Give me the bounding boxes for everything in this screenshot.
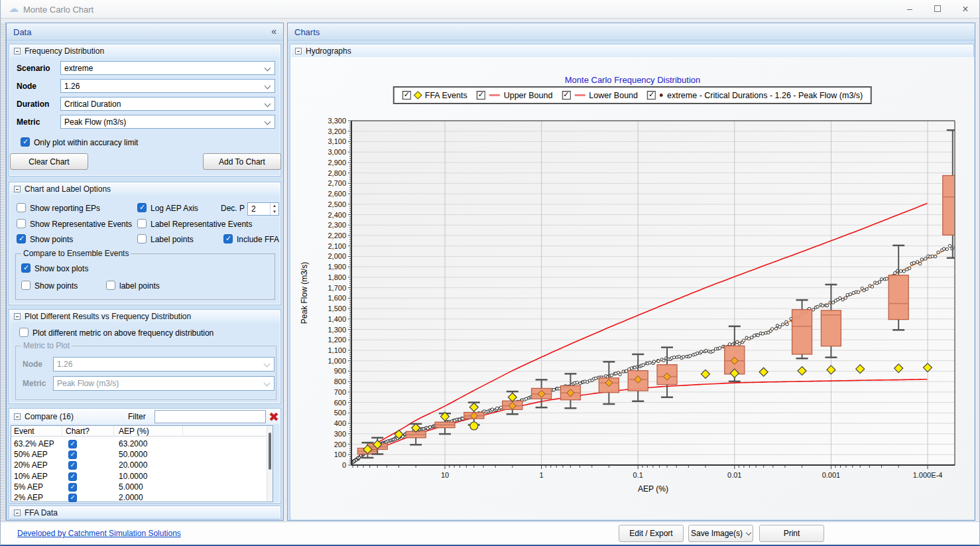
hydrographs-title: Hydrographs <box>306 46 351 56</box>
collapse-section-icon[interactable] <box>14 186 21 192</box>
aep-cell: 5.0000 <box>119 482 143 492</box>
clear-chart-button[interactable]: Clear Chart <box>10 153 88 170</box>
event-cell: 2% AEP <box>14 493 43 502</box>
collapse-section-icon[interactable] <box>14 313 21 320</box>
column-event[interactable]: Event <box>14 427 34 436</box>
edit-export-button[interactable]: Edit / Export <box>619 525 684 542</box>
clear-filter-icon[interactable]: ✖ <box>269 409 279 425</box>
dec-p-spinner[interactable]: 2 ▲▼ <box>247 202 279 216</box>
show-representative-checkbox[interactable] <box>17 219 26 228</box>
row-chart-checkbox[interactable] <box>68 461 77 470</box>
label-points-checkbox[interactable] <box>137 234 147 243</box>
scenario-value: extreme <box>64 64 93 73</box>
yellow-diamond-icon <box>414 91 422 100</box>
table-scrollbar[interactable] <box>267 426 273 502</box>
table-row[interactable]: 20% AEP 20.0000 <box>11 460 273 470</box>
collapse-section-icon[interactable] <box>295 48 302 54</box>
close-button[interactable]: × <box>954 0 977 18</box>
hydrographs-header[interactable]: Hydrographs <box>291 45 973 57</box>
row-chart-checkbox[interactable] <box>68 483 77 492</box>
show-reporting-eps-checkbox[interactable] <box>17 203 26 212</box>
plot-different-header[interactable]: Plot Different Results vs Frequency Dist… <box>10 310 280 322</box>
collapse-section-icon[interactable] <box>14 48 21 54</box>
legend-checkbox[interactable] <box>647 91 656 100</box>
collapse-section-icon[interactable] <box>14 413 21 420</box>
event-cell: 50% AEP <box>14 450 48 459</box>
svg-text:1,400: 1,400 <box>328 315 346 323</box>
ensemble-show-points-label: Show points <box>34 281 78 291</box>
node-value: 1.26 <box>64 82 80 91</box>
scenario-dropdown[interactable]: extreme <box>60 61 275 75</box>
legend-item-lower-bound[interactable]: Lower Bound <box>562 91 638 100</box>
charts-panel: Charts Hydrographs 010020030040050060070… <box>287 23 975 521</box>
ffa-data-header[interactable]: FFA Data <box>10 507 280 519</box>
row-chart-checkbox[interactable] <box>68 440 77 448</box>
ensemble-group-title: Compare to Ensemble Events <box>21 249 131 258</box>
compare-title: Compare (16) <box>25 412 74 421</box>
filter-label: Filter <box>128 412 146 421</box>
row-chart-checkbox[interactable] <box>68 450 77 459</box>
ensemble-label-points-label: label points <box>119 281 160 291</box>
plot-different-metric-checkbox[interactable] <box>19 328 29 337</box>
minimize-button[interactable]: – <box>898 0 921 18</box>
legend-item-upper-bound[interactable]: Upper Bound <box>477 91 553 100</box>
aep-cell: 20.0000 <box>119 460 147 470</box>
accuracy-limit-checkbox[interactable] <box>21 137 30 147</box>
collapse-section-icon[interactable] <box>14 510 21 516</box>
table-row[interactable]: 5% AEP 5.0000 <box>11 482 273 492</box>
compare-header[interactable]: Compare (16) Filter ✖ <box>10 409 280 424</box>
filter-input[interactable] <box>154 410 266 423</box>
column-aep[interactable]: AEP (%) <box>119 427 149 436</box>
table-row[interactable]: 10% AEP 10.0000 <box>11 471 273 482</box>
data-panel-header: Data « <box>7 23 283 40</box>
row-chart-checkbox[interactable] <box>68 472 77 481</box>
clear-chart-label: Clear Chart <box>11 157 88 167</box>
ensemble-show-points-checkbox[interactable] <box>21 281 31 290</box>
add-to-chart-label: Add To Chart <box>204 157 280 167</box>
svg-text:400: 400 <box>334 419 346 427</box>
data-panel-title: Data <box>13 27 31 37</box>
chart-label-options-header[interactable]: Chart and Label Options <box>10 183 280 195</box>
legend-checkbox[interactable] <box>402 91 411 100</box>
metric-dropdown[interactable]: Peak Flow (m3/s) <box>60 115 275 129</box>
ensemble-label-points-checkbox[interactable] <box>106 281 115 290</box>
collapse-panel-icon[interactable]: « <box>271 26 276 36</box>
print-button[interactable]: Print <box>759 525 824 542</box>
save-images-button[interactable]: Save Image(s) <box>688 525 753 542</box>
log-aep-axis-checkbox[interactable] <box>137 203 147 212</box>
svg-text:800: 800 <box>334 377 346 385</box>
row-chart-checkbox[interactable] <box>68 494 77 502</box>
spinner-arrows-icon[interactable]: ▲▼ <box>270 203 278 215</box>
svg-text:3,200: 3,200 <box>328 127 346 135</box>
svg-text:2,100: 2,100 <box>328 242 346 250</box>
label-representative-checkbox[interactable] <box>137 219 147 228</box>
compare-section: Compare (16) Filter ✖ Event Chart? AEP (… <box>9 409 280 503</box>
metric-to-plot-title: Metric to Plot <box>21 341 72 350</box>
add-to-chart-button[interactable]: Add To Chart <box>203 153 281 170</box>
dec-p-value: 2 <box>251 204 256 214</box>
frequency-distribution-header[interactable]: Frequency Distribution <box>10 45 280 57</box>
table-row[interactable]: 2% AEP 2.0000 <box>11 492 273 503</box>
credit-link[interactable]: Developed by Catchment Simulation Soluti… <box>17 529 181 538</box>
include-ffa-checkbox[interactable] <box>223 234 233 243</box>
plot-different-section: Plot Different Results vs Frequency Dist… <box>9 310 280 403</box>
node-dropdown[interactable]: 1.26 <box>60 79 275 93</box>
legend-checkbox[interactable] <box>562 91 570 100</box>
table-row[interactable]: 63.2% AEP 63.2000 <box>11 439 273 449</box>
duration-dropdown[interactable]: Critical Duration <box>60 97 275 111</box>
show-points-checkbox[interactable] <box>17 234 26 243</box>
ffa-data-section: FFA Data <box>9 506 280 519</box>
left-splitter-strip[interactable] <box>1 23 6 521</box>
scrollbar-thumb[interactable] <box>269 433 271 470</box>
legend-checkbox[interactable] <box>477 91 485 100</box>
frequency-chart[interactable]: 01002003004005006007008009001,0001,1001,… <box>291 57 974 519</box>
svg-text:1: 1 <box>540 471 544 479</box>
column-chart[interactable]: Chart? <box>66 427 90 436</box>
table-row[interactable]: 50% AEP 50.0000 <box>11 449 273 460</box>
legend-item-simulation[interactable]: extreme - Critical Durations - 1.26 - Pe… <box>647 91 863 100</box>
footer-bar: Developed by Catchment Simulation Soluti… <box>1 521 979 545</box>
svg-text:2,400: 2,400 <box>328 211 346 219</box>
legend-item-ffa[interactable]: FFA Events <box>402 91 467 100</box>
maximize-button[interactable] <box>926 0 949 18</box>
show-box-plots-checkbox[interactable] <box>21 263 31 273</box>
